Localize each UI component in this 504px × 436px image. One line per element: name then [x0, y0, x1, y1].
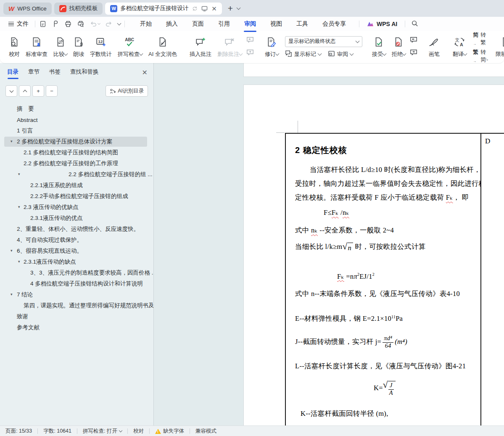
menu-tab-8[interactable]: 会员专享 [315, 17, 353, 31]
insert-comment-button[interactable]: 插入批注 [187, 36, 214, 59]
read-aloud-icon [73, 37, 84, 48]
to-simplified-button[interactable]: 繁 转简 [473, 48, 486, 63]
page-indicator[interactable]: 页面: 15/33 [5, 428, 32, 435]
to-traditional-button[interactable]: 简 转繁 [473, 31, 486, 46]
standard-review-button[interactable]: 标准审查 [23, 36, 50, 59]
tab-docer-template[interactable]: 找稻壳模板 [54, 3, 103, 15]
menu-tab-1[interactable]: 开始 [133, 17, 159, 31]
collapse-all-button[interactable] [5, 85, 17, 97]
quickbar-more-chevron-icon[interactable] [118, 22, 121, 26]
proofread-status[interactable]: 校对 [133, 428, 144, 435]
export-pdf-icon[interactable] [52, 20, 59, 28]
next-change-icon[interactable] [409, 49, 418, 58]
quick-access-bar [39, 20, 121, 28]
main-area: 目录章节书签查找和替换 ✕ + − AI识别目录 摘 要Abstract1 引言… [0, 58, 504, 425]
pen-button[interactable]: 画笔 [425, 36, 443, 59]
ai-recognize-toc-button[interactable]: AI识别目录 [106, 85, 148, 97]
toc-item[interactable]: ▾6、很容易实现直线运动。 [0, 246, 153, 256]
compare-button[interactable]: 比较 [50, 36, 70, 59]
screen-share-icon[interactable] [201, 6, 208, 11]
search-icon[interactable] [411, 20, 418, 29]
toc-item[interactable]: 摘 要 [0, 103, 153, 114]
toc-item[interactable]: ▾2.3 液压传动的优缺点 [0, 202, 153, 213]
spell-check-status[interactable]: 拼写检查: 打开 [83, 428, 122, 435]
toc-item-label: 4 多档位航空端子压接钳结构设计和计算说明 [0, 280, 145, 288]
save-icon[interactable] [39, 20, 47, 28]
markup-state-select[interactable]: 显示标记的最终状态 [285, 36, 362, 47]
proofread-button[interactable]: 校对 [6, 36, 23, 59]
ai-polish-button[interactable]: AI 全文润色 [145, 36, 180, 59]
previous-change-icon[interactable] [409, 36, 418, 45]
menu-tab-7[interactable]: 工具 [289, 17, 315, 31]
markup-controls: 显示标记的最终状态 显示标记 审阅 [285, 36, 362, 58]
new-tab-icon[interactable]: + [228, 3, 233, 13]
toc-item[interactable]: ▾2.3.1液压传动的缺点 [0, 256, 153, 267]
doc-line: J--截面转动惯量，实习杆 j=πd⁴64(m⁴) [295, 335, 477, 349]
close-pane-icon[interactable]: ✕ [142, 69, 148, 79]
divider [127, 428, 128, 434]
menu-tab-4[interactable]: 引用 [211, 17, 237, 31]
navigation-tab-4[interactable]: 查找和替换 [70, 68, 99, 79]
toc-item[interactable]: ▾7 结论 [0, 289, 153, 300]
toc-item[interactable]: 3、3、液压元件的制造精度要求较高，因而价格 ... [0, 267, 153, 278]
document-page[interactable]: 2 稳定性校核当活塞杆长径比 L/d≥10 时(长度和直径比)称为细长杆，对其受… [243, 85, 504, 425]
toc-item[interactable]: ▾2.2 多档位航空端子压接钳的组 ... [0, 169, 153, 180]
track-changes-button[interactable]: 修订 [262, 36, 282, 59]
toc-item[interactable]: 2、重量轻、体积小、运动惯性小、反应速度快。 [0, 224, 153, 235]
toc-item[interactable]: ▾2 多档位航空端子压接钳总体设计方案 [0, 136, 153, 147]
spell-check-button[interactable]: ABC 拼写检查 [115, 36, 145, 59]
menu-tab-3[interactable]: 页面 [185, 17, 211, 31]
text-frame[interactable]: 2 稳定性校核当活塞杆长径比 L/d≥10 时(长度和直径比)称为细长杆，对其受… [285, 133, 481, 425]
navigation-tab-3[interactable]: 书签 [49, 68, 61, 79]
group-expander-icon[interactable]: ↘ [485, 57, 488, 61]
wps-ai-button[interactable]: WPS AI [365, 21, 399, 27]
toc-item[interactable]: Abstract [0, 114, 153, 125]
zoom-out-button[interactable]: − [46, 85, 58, 97]
navigation-tab-1[interactable]: 目录 [7, 68, 18, 79]
document-workspace[interactable]: 2 稳定性校核当活塞杆长径比 L/d≥10 时(长度和直径比)称为细长杆，对其受… [154, 63, 504, 425]
ai-polish-label: AI 全文润色 [148, 50, 177, 58]
toc-item[interactable]: 第四，课题实现。通过整理所得编写好规范说明书及 ... [0, 300, 153, 311]
toc-item[interactable]: 致谢 [0, 311, 153, 322]
print-icon[interactable] [64, 20, 72, 28]
print-preview-icon[interactable] [77, 20, 84, 28]
toc-item[interactable]: 参考文献 [0, 322, 153, 333]
tab-wps-home[interactable]: W WPS Office [3, 3, 52, 15]
menu-tab-2[interactable]: 插入 [159, 17, 185, 31]
menu-tab-5[interactable]: 审阅 [237, 17, 263, 31]
toc-item[interactable]: 2.2.2手动多档位航空端子压接钳的组成 [0, 191, 153, 202]
file-menu-button[interactable]: 文件 [6, 20, 31, 28]
word-count-label: 字数统计 [90, 50, 112, 58]
window-tab-bar: W WPS Office 找稻壳模板 W 多档位航空端子压接钳设计 ✕ + [0, 0, 504, 17]
menu-tab-6[interactable]: 视图 [263, 17, 289, 31]
translate-button[interactable]: 文A 翻译 [450, 36, 470, 59]
toc-item[interactable]: 4 多档位航空端子压接钳结构设计和计算说明 [0, 278, 153, 289]
toc-item[interactable]: 1 引言 [0, 125, 153, 136]
toc-item[interactable]: 2.2 多档位航空端子压接钳的工作原理 [0, 158, 153, 169]
accept-button[interactable]: 接受 [369, 36, 389, 59]
toc-item[interactable]: 2.3.1液压传动的优点 [0, 213, 153, 224]
read-aloud-button[interactable]: 朗读 [70, 36, 87, 59]
tab-document[interactable]: W 多档位航空端子压接钳设计 ✕ [105, 3, 222, 15]
word-count-button[interactable]: 12 字数统计 [87, 36, 115, 59]
zoom-in-button[interactable]: + [32, 85, 44, 97]
expand-all-button[interactable] [19, 85, 31, 97]
toc-item-label: 2 多档位航空端子压接钳总体设计方案 [0, 138, 115, 145]
spell-check-status-label: 拼写检查: 打开 [83, 428, 117, 435]
compat-mode-status[interactable]: 兼容模式 [195, 428, 216, 435]
word-count-indicator[interactable]: 字数: 10641 [43, 428, 71, 435]
doc-line: 受拉时，轴向力超过某一临界值时会失去稳定性，因此进行稳 [295, 177, 477, 190]
read-aloud-label: 朗读 [73, 50, 84, 58]
missing-font-status[interactable]: 缺失字体 [155, 428, 184, 435]
tab-list-chevron-icon[interactable] [237, 6, 241, 10]
reject-button[interactable]: 拒绝 [389, 36, 409, 59]
navigation-tab-2[interactable]: 章节 [28, 68, 40, 79]
review-pane-button[interactable]: 审阅 [328, 50, 353, 58]
toc-item[interactable]: 4、可自动实现过载保护。 [0, 235, 153, 246]
toc-item[interactable]: 2.2.1液压系统的组成 [0, 180, 153, 191]
restrict-edit-button[interactable]: 限制编辑 [493, 36, 504, 59]
show-markup-button[interactable]: 显示标记 [285, 50, 321, 58]
compare-icon [55, 37, 66, 48]
close-tab-icon[interactable]: ✕ [211, 5, 217, 12]
toc-item[interactable]: 2.1 多档位航空端子压接钳的结构简图 [0, 147, 153, 158]
